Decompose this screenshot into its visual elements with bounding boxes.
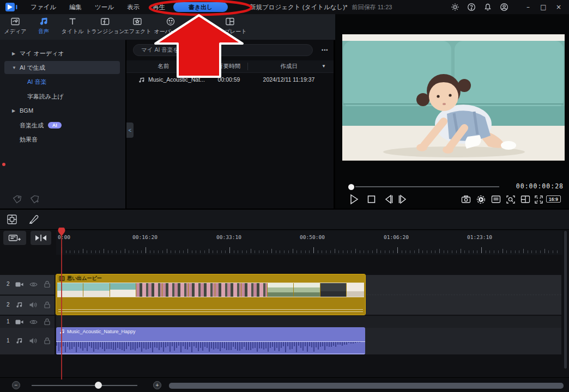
razor-pen-tool-icon[interactable] (28, 212, 42, 226)
column-header-name[interactable]: 名前 (131, 63, 196, 70)
column-divider (207, 63, 208, 70)
render-preview-icon[interactable] (476, 195, 486, 204)
media-list-row[interactable]: Music_Acoustic_Nat... 00:00:59 2024/12/1… (126, 74, 334, 87)
seek-bar[interactable] (355, 186, 499, 187)
track-mute-speaker-icon[interactable] (29, 337, 37, 345)
effects-icon (132, 17, 142, 26)
menu-tools[interactable]: ツール (88, 3, 120, 11)
template-icon (225, 17, 234, 26)
sidebar-item-music-generate[interactable]: 音楽生成 AI (0, 120, 125, 131)
track-row-video-1[interactable] (56, 316, 561, 328)
seek-handle[interactable] (348, 184, 354, 190)
app-logo-icon[interactable] (5, 3, 19, 11)
tab-titles[interactable]: タイトル (62, 17, 84, 35)
tag-icon[interactable] (12, 194, 22, 204)
more-options-icon[interactable]: ••• (318, 45, 331, 55)
tab-templates[interactable]: テンプレート (213, 17, 246, 35)
sidebar-item-bgm[interactable]: ▶ BGM (0, 105, 125, 116)
preview-panel: 00:00:00:28 16:9 (335, 14, 569, 209)
audio-clip[interactable]: Music_Acoustic_Nature_Happy (56, 327, 365, 354)
tab-transitions[interactable]: トランジション (86, 17, 125, 35)
search-input[interactable] (133, 44, 313, 56)
snapshot-camera-icon[interactable] (461, 195, 471, 204)
track-visibility-eye-icon[interactable] (29, 318, 38, 326)
settings-gear-icon[interactable] (447, 3, 463, 11)
tab-label: エフェクト (123, 28, 151, 35)
ruler-label: 01:06:20 (384, 234, 409, 240)
timeline-vertical-scrollbar[interactable] (564, 231, 567, 369)
clip-name: 思い出ムービー (67, 275, 102, 282)
menu-file[interactable]: ファイル (24, 3, 63, 11)
sidebar-item-ai-music[interactable]: AI 音楽 (0, 76, 125, 87)
video-clip-selected[interactable]: 思い出ムービー (56, 274, 365, 315)
timeline-ruler[interactable]: 0:0000:16:2000:33:1000:50:0001:06:2001:2… (56, 231, 562, 255)
next-frame-button[interactable] (398, 194, 408, 205)
zoom-in-button[interactable]: + (153, 381, 161, 389)
tab-audio[interactable]: 音声 (38, 17, 49, 35)
previous-frame-button[interactable] (383, 194, 394, 205)
column-header-duration[interactable]: 所要時間 (208, 63, 250, 70)
column-header-created[interactable]: 作成日 (251, 63, 327, 70)
media-duration: 00:00:59 (208, 76, 250, 83)
sidebar-item-sound-effects[interactable]: 効果音 (0, 134, 125, 145)
track-lock-icon[interactable] (44, 318, 51, 326)
ruler-label: 00:50:00 (300, 234, 325, 240)
fullscreen-icon[interactable] (534, 195, 543, 204)
track-mute-speaker-icon[interactable] (29, 301, 37, 309)
tag-add-icon[interactable] (29, 194, 39, 204)
menu-playback[interactable]: 再生 (146, 3, 172, 11)
tab-effects[interactable]: エフェクト (123, 17, 151, 35)
play-button[interactable] (349, 194, 359, 205)
menu-edit[interactable]: 編集 (63, 3, 88, 11)
tab-media[interactable]: メディア (4, 17, 27, 35)
menu-view[interactable]: 表示 (120, 3, 146, 11)
titlebar-right-controls: – □ × (447, 0, 566, 14)
sidebar-item-my-audio[interactable]: ▶ マイ オーディオ (0, 48, 125, 59)
aspect-ratio-button[interactable]: 16:9 (546, 195, 561, 203)
timeline-horizontal-scrollbar[interactable] (169, 383, 564, 389)
maximize-button[interactable]: □ (536, 1, 550, 14)
tab-label: タイトル (62, 28, 84, 35)
properties-list-icon[interactable] (491, 195, 501, 204)
sidebar-item-tts[interactable]: 字幕読み上げ (0, 91, 125, 102)
sidebar-item-label: AI 音楽 (27, 78, 46, 86)
chevron-right-icon: ▶ (12, 108, 19, 113)
help-icon[interactable] (464, 3, 479, 11)
chevron-down-icon: ▼ (12, 65, 19, 70)
track-lock-icon[interactable] (44, 280, 51, 288)
track-visibility-eye-icon[interactable] (29, 281, 38, 288)
sort-arrow-icon[interactable]: ▼ (322, 64, 326, 69)
ai-badge: AI (48, 122, 62, 128)
music-note-icon (16, 337, 23, 345)
account-icon[interactable] (497, 3, 512, 11)
ruler-label: 01:23:10 (467, 234, 492, 240)
zoom-slider-track[interactable] (32, 385, 137, 386)
stop-button[interactable] (367, 194, 376, 205)
sidebar-item-ai-generate[interactable]: ▼ AI で生成 (0, 62, 125, 73)
playhead-marker[interactable] (57, 228, 66, 237)
music-note-icon (138, 77, 145, 83)
transition-icon (100, 17, 110, 26)
zoom-preview-icon[interactable] (506, 195, 516, 204)
tab-overlay[interactable]: オーバーレイ (154, 17, 187, 35)
notifications-bell-icon[interactable] (480, 3, 495, 11)
select-tool-icon[interactable] (6, 212, 20, 226)
titlebar: ファイル 編集 ツール 表示 再生 書き出し 新規プロジェクト (タイトルなし)… (0, 0, 569, 14)
media-created-date: 2024/12/11 11:19:37 (251, 76, 327, 83)
video-preview[interactable] (342, 34, 565, 161)
clip-audio-line (58, 309, 363, 310)
add-track-button[interactable] (3, 231, 26, 245)
export-button[interactable]: 書き出し (173, 2, 228, 12)
panel-collapse-button[interactable]: < (126, 122, 134, 138)
zoom-out-button[interactable]: − (12, 381, 20, 389)
track-lock-icon[interactable] (44, 337, 51, 345)
playhead-line[interactable] (61, 228, 62, 379)
music-note-icon (16, 301, 23, 309)
zoom-slider-handle[interactable] (95, 382, 102, 389)
minimize-button[interactable]: – (521, 1, 535, 14)
split-view-icon[interactable] (520, 195, 530, 204)
track-lock-icon[interactable] (44, 301, 51, 309)
sidebar-item-label: 音楽生成 (20, 121, 44, 130)
split-clip-button[interactable] (31, 231, 51, 245)
close-button[interactable]: × (552, 1, 566, 14)
